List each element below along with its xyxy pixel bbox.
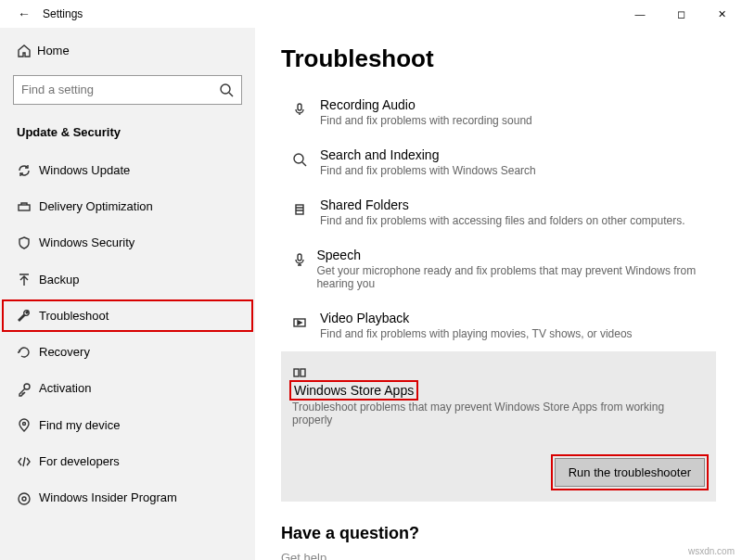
- sidebar-item-troubleshoot[interactable]: Troubleshoot: [0, 298, 255, 334]
- svg-point-5: [22, 497, 26, 501]
- sidebar-item-backup[interactable]: Backup: [0, 261, 255, 297]
- svg-rect-1: [19, 205, 30, 210]
- sync-icon: [17, 162, 39, 178]
- question-heading: Have a question?: [281, 524, 716, 543]
- video-icon: [292, 311, 320, 340]
- section-title: Update & Security: [0, 118, 255, 152]
- svg-rect-11: [294, 369, 299, 376]
- close-button[interactable]: ✕: [701, 0, 742, 28]
- main-content: Troubleshoot Recording AudioFind and fix…: [255, 28, 742, 560]
- run-troubleshooter-button[interactable]: Run the troubleshooter: [555, 458, 705, 487]
- home-icon: [17, 43, 37, 58]
- search-icon: [292, 147, 320, 177]
- sidebar-item-activation[interactable]: Activation: [0, 370, 255, 406]
- minimize-button[interactable]: —: [620, 0, 660, 28]
- recovery-icon: [17, 344, 39, 360]
- home-label: Home: [37, 44, 70, 57]
- page-title: Troubleshoot: [281, 45, 716, 73]
- sidebar-item-for-developers[interactable]: For developers: [0, 443, 255, 479]
- search-icon: [219, 82, 234, 98]
- shield-icon: [17, 235, 39, 250]
- speech-icon: [292, 248, 316, 290]
- watermark: wsxdn.com: [688, 546, 735, 556]
- insider-icon: [17, 490, 39, 505]
- delivery-icon: [17, 198, 39, 214]
- window-title: Settings: [43, 7, 83, 20]
- svg-rect-8: [296, 205, 303, 214]
- apps-icon: [292, 361, 320, 382]
- sidebar-home[interactable]: Home: [0, 33, 255, 68]
- ts-video-playback[interactable]: Video PlaybackFind and fix problems with…: [281, 301, 716, 350]
- back-button[interactable]: ←: [11, 6, 37, 21]
- svg-point-4: [19, 493, 30, 504]
- folder-icon: [292, 197, 320, 227]
- ts-speech[interactable]: SpeechGet your microphone ready and fix …: [281, 238, 716, 299]
- maximize-button[interactable]: ◻: [660, 0, 701, 28]
- sidebar-item-recovery[interactable]: Recovery: [0, 334, 255, 370]
- ts-shared-folders[interactable]: Shared FoldersFind and fix problems with…: [281, 188, 716, 236]
- code-icon: [17, 453, 39, 469]
- mic-icon: [292, 97, 320, 127]
- location-icon: [17, 417, 39, 433]
- key-icon: [17, 380, 39, 396]
- search-box[interactable]: [13, 75, 242, 105]
- wrench-icon: [17, 308, 39, 324]
- ts-recording-audio[interactable]: Recording AudioFind and fix problems wit…: [281, 88, 716, 136]
- svg-point-3: [23, 422, 26, 425]
- ts-search-indexing[interactable]: Search and IndexingFind and fix problems…: [281, 138, 716, 186]
- backup-icon: [17, 271, 39, 286]
- sidebar-item-windows-update[interactable]: Windows Update: [0, 152, 255, 188]
- svg-point-0: [221, 84, 230, 94]
- get-help-link[interactable]: Get help: [281, 551, 716, 560]
- sidebar-item-find-my-device[interactable]: Find my device: [0, 407, 255, 443]
- window-controls: — ◻ ✕: [620, 0, 742, 28]
- sidebar-item-delivery-optimization[interactable]: Delivery Optimization: [0, 188, 255, 224]
- svg-rect-12: [301, 369, 305, 376]
- sidebar-item-insider[interactable]: Windows Insider Program: [0, 479, 255, 515]
- svg-point-7: [294, 154, 303, 163]
- sidebar-item-windows-security[interactable]: Windows Security: [0, 224, 255, 261]
- search-input[interactable]: [21, 83, 219, 96]
- sidebar: Home Update & Security Windows Update De…: [0, 28, 255, 560]
- svg-rect-9: [298, 254, 301, 261]
- ts-windows-store-apps[interactable]: Windows Store AppsTroubleshoot problems …: [281, 351, 716, 502]
- svg-rect-6: [298, 104, 301, 110]
